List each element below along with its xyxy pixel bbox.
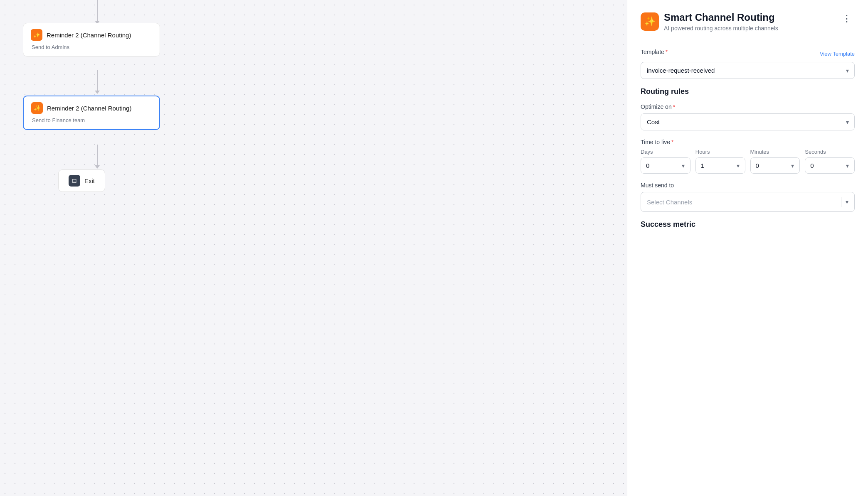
ttl-minutes-wrapper: 0 ▾	[750, 157, 800, 174]
ttl-minutes-select[interactable]: 0	[750, 157, 800, 174]
template-required-star: *	[666, 49, 668, 55]
right-panel: ✨ Smart Channel Routing AI powered routi…	[627, 0, 868, 496]
optimize-required-star: *	[673, 103, 675, 110]
time-to-live-field-group: Time to live * Days 0 ▾ Hours 1	[641, 139, 855, 174]
canvas-area: ✨ Reminder 2 (Channel Routing) Send to A…	[0, 0, 627, 496]
template-field-group: Template * View Template invoice-request…	[641, 49, 855, 79]
header-divider	[641, 40, 855, 40]
template-select[interactable]: invoice-request-received	[641, 62, 855, 79]
exit-label: Exit	[84, 177, 95, 184]
must-send-to-label: Must send to	[641, 182, 855, 189]
node-subtitle-1: Send to Admins	[32, 44, 152, 50]
node-icon-2: ✨	[31, 102, 43, 114]
ttl-days-wrapper: 0 ▾	[641, 157, 690, 174]
select-channels-placeholder: Select Channels	[647, 199, 692, 206]
flow-node-reminder-finance[interactable]: ✨ Reminder 2 (Channel Routing) Send to F…	[23, 96, 160, 130]
ttl-required-star: *	[671, 139, 673, 145]
ttl-days-label: Days	[641, 149, 690, 155]
time-to-live-label: Time to live *	[641, 139, 855, 145]
panel-title: Smart Channel Routing	[664, 12, 778, 23]
ttl-seconds-wrapper: 0 ▾	[805, 157, 855, 174]
ttl-seconds-label: Seconds	[805, 149, 855, 155]
ttl-grid: Days 0 ▾ Hours 1 ▾ Minutes	[641, 149, 855, 174]
optimize-on-label: Optimize on *	[641, 103, 855, 110]
optimize-on-field-group: Optimize on * Cost ▾	[641, 103, 855, 130]
ttl-minutes-col: Minutes 0 ▾	[750, 149, 800, 174]
ttl-hours-label: Hours	[695, 149, 745, 155]
node-title-2: Reminder 2 (Channel Routing)	[47, 105, 131, 112]
node-icon-1: ✨	[31, 29, 42, 41]
ttl-hours-wrapper: 1 ▾	[695, 157, 745, 174]
must-send-to-field-group: Must send to Select Channels ▾	[641, 182, 855, 212]
select-channels-dropdown[interactable]: Select Channels ▾	[641, 192, 855, 212]
optimize-on-select[interactable]: Cost	[641, 113, 855, 130]
view-template-link[interactable]: View Template	[820, 51, 855, 57]
flow-node-reminder-admins[interactable]: ✨ Reminder 2 (Channel Routing) Send to A…	[23, 23, 160, 56]
template-select-wrapper: invoice-request-received ▾	[641, 62, 855, 79]
panel-icon: ✨	[641, 12, 659, 31]
exit-node[interactable]: ⊟ Exit	[58, 169, 105, 192]
channels-chevron-icon: ▾	[846, 199, 848, 205]
ttl-hours-select[interactable]: 1	[695, 157, 745, 174]
node-subtitle-2: Send to Finance team	[32, 117, 152, 123]
exit-icon: ⊟	[69, 175, 80, 187]
ttl-hours-col: Hours 1 ▾	[695, 149, 745, 174]
panel-header: ✨ Smart Channel Routing AI powered routi…	[641, 12, 855, 32]
panel-header-left: ✨ Smart Channel Routing AI powered routi…	[641, 12, 778, 32]
success-metric-title: Success metric	[641, 220, 855, 229]
panel-subtitle: AI powered routing across multiple chann…	[664, 25, 778, 32]
flow-container: ✨ Reminder 2 (Channel Routing) Send to A…	[0, 0, 627, 496]
routing-rules-title: Routing rules	[641, 87, 855, 96]
ttl-days-select[interactable]: 0	[641, 157, 690, 174]
ttl-minutes-label: Minutes	[750, 149, 800, 155]
channels-divider	[841, 197, 841, 207]
more-options-button[interactable]: ⋮	[839, 12, 855, 26]
ttl-days-col: Days 0 ▾	[641, 149, 690, 174]
node-title-1: Reminder 2 (Channel Routing)	[47, 32, 131, 39]
template-label: Template *	[641, 49, 668, 55]
optimize-on-select-wrapper: Cost ▾	[641, 113, 855, 130]
template-field-header: Template * View Template	[641, 49, 855, 59]
ttl-seconds-col: Seconds 0 ▾	[805, 149, 855, 174]
ttl-seconds-select[interactable]: 0	[805, 157, 855, 174]
